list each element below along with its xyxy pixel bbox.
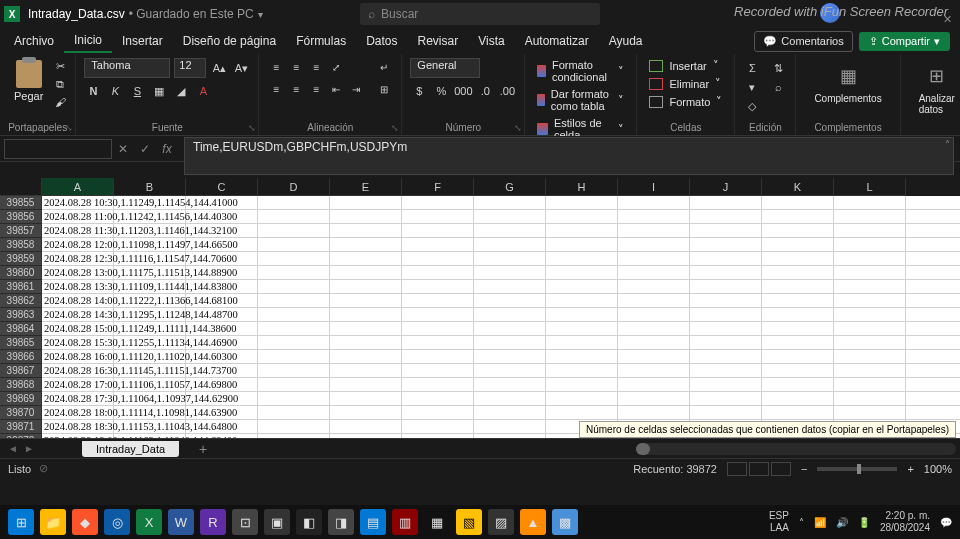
find-select-icon[interactable]: ⌕	[769, 79, 787, 95]
align-center-icon[interactable]: ≡	[287, 80, 305, 98]
notifications-icon[interactable]: 💬	[940, 517, 952, 528]
cell[interactable]	[258, 364, 330, 377]
cell[interactable]	[546, 378, 618, 391]
cell[interactable]: 2024.08.28 18:30,1.11153,1.11043,144.648…	[42, 420, 114, 433]
cell[interactable]	[762, 224, 834, 237]
cell[interactable]	[618, 196, 690, 209]
cell[interactable]	[258, 266, 330, 279]
merge-cells-icon[interactable]: ⊞	[375, 80, 393, 98]
zoom-out-icon[interactable]: −	[801, 463, 807, 475]
cell[interactable]	[618, 336, 690, 349]
cell[interactable]	[834, 406, 906, 419]
cell[interactable]	[474, 392, 546, 405]
cell[interactable]	[762, 252, 834, 265]
app-icon[interactable]: ▩	[552, 509, 578, 535]
cell[interactable]	[474, 336, 546, 349]
cell[interactable]: 2024.08.28 19:00,1.11163,1.11040,144.694…	[42, 434, 114, 438]
spreadsheet-grid[interactable]: ABCDEFGHIJKL 398553985639857398583985939…	[0, 178, 960, 438]
cell[interactable]	[546, 406, 618, 419]
cell[interactable]	[258, 420, 330, 433]
launcher-icon[interactable]: ⤡	[248, 123, 256, 133]
compartir-button[interactable]: ⇪Compartir ▾	[859, 32, 950, 51]
row-header[interactable]: 39859	[0, 252, 42, 266]
cell[interactable]	[762, 266, 834, 279]
cell[interactable]	[762, 280, 834, 293]
cell[interactable]	[618, 350, 690, 363]
explorer-icon[interactable]: 📁	[40, 509, 66, 535]
cell[interactable]	[618, 378, 690, 391]
cell[interactable]	[330, 266, 402, 279]
cell[interactable]	[690, 238, 762, 251]
row-header[interactable]: 39869	[0, 392, 42, 406]
column-header[interactable]: E	[330, 178, 402, 196]
cell[interactable]	[690, 224, 762, 237]
cell[interactable]	[402, 238, 474, 251]
cell[interactable]	[474, 294, 546, 307]
cell[interactable]	[834, 196, 906, 209]
cell[interactable]	[258, 336, 330, 349]
vlc-icon[interactable]: ▲	[520, 509, 546, 535]
cell[interactable]	[402, 210, 474, 223]
row-header[interactable]: 39871	[0, 420, 42, 434]
cell[interactable]: 2024.08.28 16:00,1.11120,1.11020,144.603…	[42, 350, 114, 363]
cell[interactable]	[546, 266, 618, 279]
menu-diseno[interactable]: Diseño de página	[173, 30, 286, 52]
page-layout-button[interactable]	[749, 462, 769, 476]
app-icon[interactable]: ◧	[296, 509, 322, 535]
border-button[interactable]: ▦	[150, 82, 168, 100]
page-break-button[interactable]	[771, 462, 791, 476]
cell[interactable]	[258, 378, 330, 391]
cell[interactable]	[546, 238, 618, 251]
cell[interactable]	[834, 294, 906, 307]
cell[interactable]	[258, 308, 330, 321]
paste-button[interactable]: Pegar	[8, 58, 49, 104]
cell[interactable]	[330, 196, 402, 209]
decrease-decimal-icon[interactable]: .00	[498, 82, 516, 100]
cell[interactable]	[258, 196, 330, 209]
cell[interactable]	[546, 308, 618, 321]
cell[interactable]: 2024.08.28 15:30,1.11255,1.11134,144.469…	[42, 336, 114, 349]
conditional-format-button[interactable]: Formato condicional ˅	[533, 58, 628, 84]
indent-decrease-icon[interactable]: ⇤	[327, 80, 345, 98]
cell[interactable]	[546, 224, 618, 237]
increase-decimal-icon[interactable]: .0	[476, 82, 494, 100]
app-icon[interactable]: ⊡	[232, 509, 258, 535]
cell[interactable]	[330, 378, 402, 391]
chevron-down-icon[interactable]: ▾	[258, 9, 263, 20]
cell[interactable]	[474, 420, 546, 433]
currency-icon[interactable]: $	[410, 82, 428, 100]
cell[interactable]	[618, 294, 690, 307]
sheet-next-icon[interactable]: ►	[22, 442, 36, 456]
column-header[interactable]: I	[618, 178, 690, 196]
align-bottom-icon[interactable]: ≡	[307, 58, 325, 76]
cell[interactable]	[258, 294, 330, 307]
cell[interactable]	[762, 238, 834, 251]
cell[interactable]	[330, 406, 402, 419]
cell[interactable]	[834, 350, 906, 363]
cell[interactable]	[690, 308, 762, 321]
cell[interactable]	[546, 322, 618, 335]
app-icon[interactable]: ▥	[392, 509, 418, 535]
cell[interactable]	[690, 336, 762, 349]
cancel-formula-icon[interactable]: ✕	[112, 139, 134, 159]
cell[interactable]	[834, 322, 906, 335]
cell[interactable]	[834, 392, 906, 405]
comentarios-button[interactable]: 💬Comentarios	[754, 31, 852, 52]
cell[interactable]: 2024.08.28 17:30,1.11064,1.10937,144.629…	[42, 392, 114, 405]
column-header[interactable]: K	[762, 178, 834, 196]
cell[interactable]	[402, 406, 474, 419]
cell[interactable]	[258, 210, 330, 223]
cell[interactable]	[834, 224, 906, 237]
cell[interactable]	[330, 280, 402, 293]
row-header[interactable]: 39858	[0, 238, 42, 252]
font-color-button[interactable]: A	[194, 82, 212, 100]
cell[interactable]	[834, 364, 906, 377]
cell[interactable]	[762, 196, 834, 209]
cell[interactable]	[546, 252, 618, 265]
cell[interactable]	[474, 238, 546, 251]
cell[interactable]	[618, 266, 690, 279]
cell[interactable]	[330, 210, 402, 223]
cell[interactable]: 2024.08.28 11:00,1.11242,1.11456,144.403…	[42, 210, 114, 223]
sheet-prev-icon[interactable]: ◄	[6, 442, 20, 456]
format-as-table-button[interactable]: Dar formato como tabla ˅	[533, 87, 628, 113]
